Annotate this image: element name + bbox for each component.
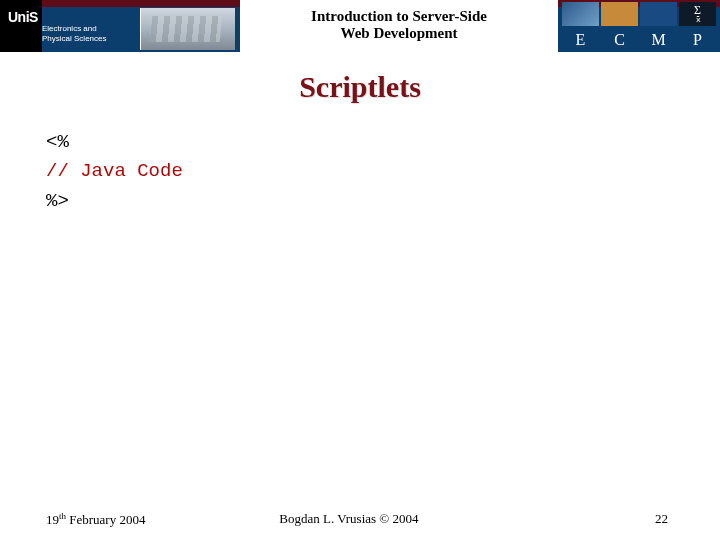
sigma-icon: Σ x̄: [679, 2, 716, 26]
department-text: Electronics and Physical Sciences: [42, 24, 106, 43]
course-title-line-1: Introduction to Server-Side: [240, 8, 558, 25]
letter-p: P: [679, 28, 716, 52]
university-logo: UniS: [8, 10, 38, 24]
slide-title: Scriptlets: [0, 70, 720, 104]
header-left: UniS Electronics and Physical Sciences: [0, 0, 240, 52]
header-band: UniS Electronics and Physical Sciences I…: [0, 0, 720, 52]
header-center: Introduction to Server-Side Web Developm…: [240, 0, 558, 52]
code-comment: // Java Code: [46, 157, 720, 186]
logo-grid: Σ x̄ E C M P: [562, 2, 716, 50]
date-suffix: th: [59, 511, 66, 521]
footer-author: Bogdan L. Vrusias © 2004: [279, 511, 418, 527]
unis-text: UniS: [8, 9, 38, 25]
persons-icon: [640, 2, 677, 26]
dark-corner: [0, 0, 42, 52]
code-open-tag: <%: [46, 128, 720, 157]
code-close-tag: %>: [46, 187, 720, 216]
letter-m: M: [640, 28, 677, 52]
header-right: Σ x̄ E C M P: [558, 0, 720, 52]
code-block: <% // Java Code %>: [46, 128, 720, 216]
footer: 19th February 2004 Bogdan L. Vrusias © 2…: [0, 511, 720, 528]
footer-date: 19th February 2004: [46, 511, 145, 528]
dept-line-1: Electronics and: [42, 24, 106, 34]
letter-c: C: [601, 28, 638, 52]
date-day: 19: [46, 512, 59, 527]
brain-icon: [601, 2, 638, 26]
letter-e: E: [562, 28, 599, 52]
course-title-line-2: Web Development: [240, 25, 558, 42]
dept-line-2: Physical Sciences: [42, 34, 106, 44]
footer-page: 22: [655, 511, 668, 528]
building-photo: [140, 8, 235, 50]
fluid-icon: [562, 2, 599, 26]
date-rest: February 2004: [66, 512, 145, 527]
sigma-sub: x̄: [696, 16, 700, 24]
